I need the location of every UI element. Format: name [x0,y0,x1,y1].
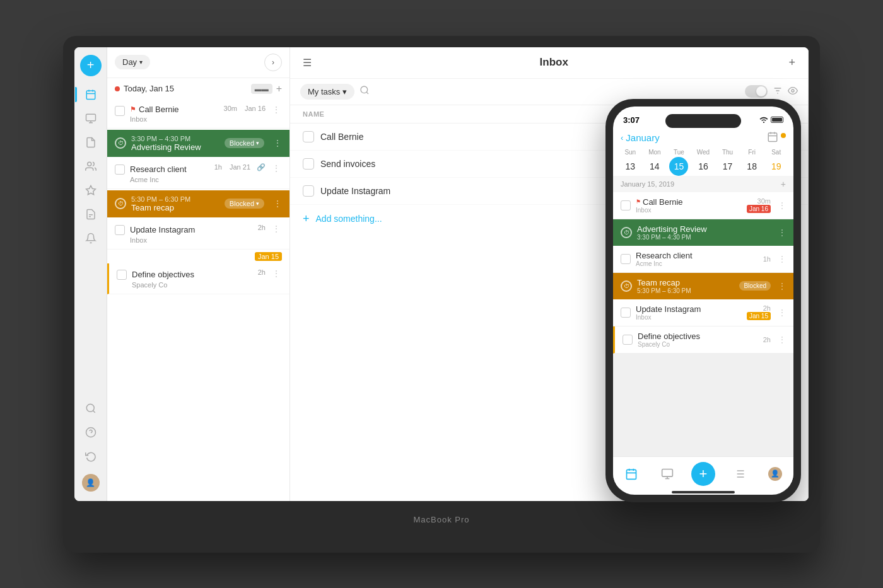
phone-screen: 3:07 [613,107,793,495]
task-more-icon[interactable]: ⋮ [271,105,282,115]
date-15-today[interactable]: 15 [669,157,688,176]
toggle-thumb [756,86,766,96]
day-sun: Sun [618,149,643,156]
task-duration: 1h [214,163,222,171]
phone-date-section: January 15, 2019 + [613,176,793,192]
date-17[interactable]: 17 [715,157,740,176]
phone-task-team-recap[interactable]: ⏱ Team recap 5:30 PM – 6:30 PM Blocked ⋮ [613,273,793,299]
phone-task-research-client[interactable]: Research client Acme Inc 1h ⋮ [613,246,793,273]
sidebar-item-projects[interactable] [80,108,102,129]
laptop-bottom: MacBook Pro [74,501,809,539]
phone-task-title: Research client [636,251,758,260]
phone-task-call-bernie[interactable]: ⚑ Call Bernie Inbox 30m Jan 16 ⋮ [613,192,793,219]
task-more-icon[interactable]: ⋮ [271,163,282,173]
phone-tab-inbox[interactable] [649,468,685,480]
task-team-recap[interactable]: ⏱ 5:30 PM – 6:30 PM Team recap Blocked ▾… [107,190,289,217]
section-add-icon[interactable]: + [781,179,786,189]
add-button[interactable]: + [80,55,102,76]
sidebar-item-search[interactable] [80,398,102,419]
month-title: January [626,132,659,143]
sidebar-item-team[interactable] [80,156,102,177]
sidebar-item-history[interactable] [80,446,102,467]
filter-tag[interactable]: ▬▬ [251,84,272,94]
phone-week-days: Sun Mon Tue Wed Thu Fri Sat [613,149,793,156]
phone-task-checkbox[interactable] [621,200,631,210]
task-update-instagram[interactable]: Update Instagram Inbox 2h ⋮ [107,219,289,250]
today-actions: ▬▬ + [251,83,282,95]
svg-point-15 [361,86,368,93]
date-13[interactable]: 13 [618,157,643,176]
task-define-objectives[interactable]: Define objectives Spacely Co 2h ⋮ [107,263,289,294]
more-icon[interactable]: ⋮ [778,308,786,317]
blocked-task-content: 5:30 PM – 6:30 PM Team recap [131,195,219,212]
phone-task-advertising-review[interactable]: ⏱ Advertising Review 3:30 PM – 4:30 PM ⋮ [613,219,793,246]
phone-task-checkbox[interactable] [623,335,633,345]
back-button[interactable]: ‹ January [621,132,660,143]
sidebar-item-reports[interactable] [80,132,102,153]
sidebar-item-calendar[interactable] [80,84,102,105]
phone-tab-add[interactable]: + [685,462,721,486]
inbox-add-icon[interactable]: + [788,56,795,69]
phone-tab-calendar[interactable] [613,468,649,480]
more-icon[interactable]: ⋮ [778,255,786,263]
day-thu: Thu [715,149,740,156]
task-checkbox[interactable] [117,270,127,280]
task-more-icon[interactable]: ⋮ [271,224,282,234]
calendar-panel: Day ▾ › Today, Jan 15 ▬▬ + [107,47,290,501]
day-selector[interactable]: Day ▾ [115,55,150,69]
view-icon[interactable] [788,86,798,98]
inbox-checkbox[interactable] [303,185,314,197]
clock-icon: ⏱ [621,227,632,238]
blocked-badge: Blocked ▾ [225,199,264,209]
phone-tab-avatar[interactable]: 👤 [757,467,793,481]
task-checkbox[interactable] [115,106,125,116]
phone-fab-button[interactable]: + [691,462,715,486]
blocked-task-time: 3:30 PM – 4:30 PM [131,135,219,142]
phone-task-checkbox[interactable] [621,254,631,264]
sidebar-item-help[interactable] [80,422,102,443]
menu-icon[interactable]: ☰ [303,57,312,69]
task-duration: 30m [224,105,237,112]
toggle-track[interactable] [745,85,768,98]
more-icon[interactable]: ⋮ [778,201,786,210]
sidebar: + [74,47,107,501]
sidebar-item-favorites[interactable] [80,180,102,201]
filter-icon[interactable] [773,86,783,98]
phone-task-content: Update Instagram Inbox [636,304,742,321]
date-14[interactable]: 14 [643,157,667,176]
more-icon[interactable]: ⋮ [273,199,282,209]
my-tasks-button[interactable]: My tasks ▾ [300,84,354,100]
search-icon[interactable] [360,85,370,98]
phone-task-define-objectives[interactable]: Define objectives Spacely Co 2h ⋮ [613,326,793,354]
more-icon[interactable]: ⋮ [778,282,786,291]
date-section-bar: Jan 15 [107,250,289,263]
more-icon[interactable]: ⋮ [778,228,786,237]
laptop-brand-label: MacBook Pro [413,515,469,524]
date-18[interactable]: 18 [740,157,764,176]
more-icon[interactable]: ⋮ [273,138,282,148]
forward-nav-button[interactable]: › [264,54,282,71]
inbox-checkbox[interactable] [303,131,314,142]
sidebar-item-notes[interactable] [80,204,102,225]
calendar-icon[interactable] [767,131,778,145]
phone-blocked-content: Advertising Review 3:30 PM – 4:30 PM [637,224,773,241]
task-advertising-review[interactable]: ⏱ 3:30 PM – 4:30 PM Advertising Review B… [107,130,289,157]
date-19[interactable]: 19 [764,157,788,176]
task-research-client[interactable]: Research client Acme Inc 1h Jan 21 🔗 ⋮ [107,158,289,189]
task-call-bernie[interactable]: ⚑ Call Bernie Inbox 30m Jan 16 ⋮ [107,100,289,129]
date-15-cell[interactable]: 15 [667,157,691,176]
phone-task-checkbox[interactable] [621,308,631,318]
phone-task-right: 2h [763,336,771,343]
task-checkbox[interactable] [115,164,125,175]
sidebar-item-avatar[interactable]: 👤 [80,472,102,493]
sidebar-item-notifications[interactable] [80,228,102,249]
day-tue: Tue [667,149,691,156]
task-more-icon[interactable]: ⋮ [271,268,282,279]
phone-task-update-instagram[interactable]: Update Instagram Inbox 2h Jan 15 ⋮ [613,299,793,326]
more-icon[interactable]: ⋮ [778,335,786,344]
inbox-checkbox[interactable] [303,158,314,170]
task-checkbox[interactable] [115,225,125,235]
date-16[interactable]: 16 [691,157,716,176]
phone-tab-tasks[interactable] [722,468,757,480]
add-task-button[interactable]: + [276,83,282,95]
